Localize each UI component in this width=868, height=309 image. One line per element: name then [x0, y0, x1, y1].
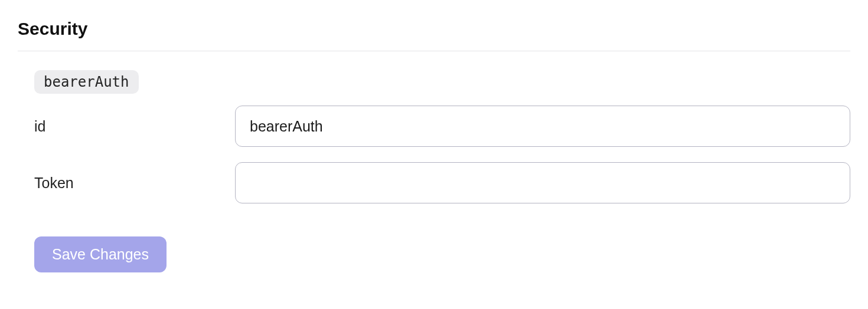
security-form: bearerAuth id Token Save Changes	[18, 70, 850, 272]
token-label: Token	[34, 175, 235, 192]
section-heading: Security	[18, 19, 850, 39]
section-divider	[18, 51, 850, 51]
token-input[interactable]	[235, 162, 850, 203]
save-button[interactable]: Save Changes	[34, 236, 167, 272]
token-row: Token	[34, 162, 850, 203]
id-row: id	[34, 106, 850, 147]
id-label: id	[34, 118, 235, 135]
form-actions: Save Changes	[34, 236, 850, 272]
id-input[interactable]	[235, 106, 850, 147]
auth-scheme-badge: bearerAuth	[34, 70, 139, 94]
